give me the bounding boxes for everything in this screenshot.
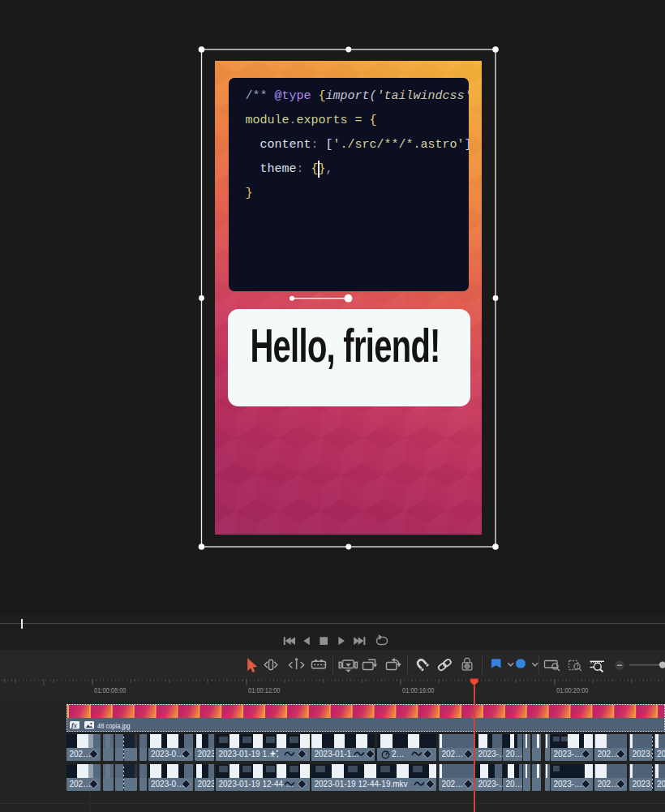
svg-text:fx: fx: [71, 722, 77, 729]
